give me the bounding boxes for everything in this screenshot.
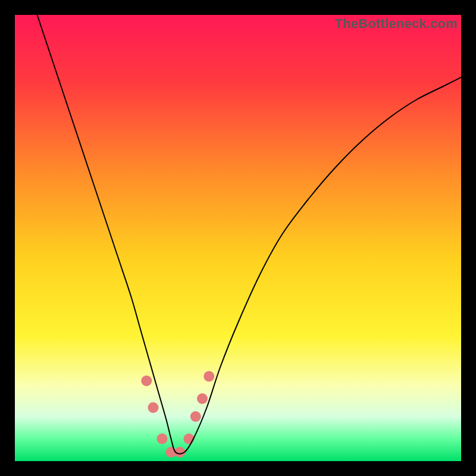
highlight-dot: [203, 371, 214, 382]
bottleneck-curve: [37, 15, 462, 454]
curve-layer: [15, 15, 461, 461]
highlight-dot: [197, 393, 208, 404]
highlight-dot: [141, 375, 152, 386]
highlight-dot: [184, 434, 195, 444]
watermark-text: TheBottleneck.com: [335, 16, 458, 32]
highlight-dot: [190, 411, 201, 422]
highlight-dot: [157, 434, 168, 444]
plot-area: TheBottleneck.com: [15, 15, 461, 461]
highlight-dots-group: [141, 371, 214, 458]
highlight-dot: [148, 402, 159, 413]
chart-frame: TheBottleneck.com: [15, 15, 461, 461]
